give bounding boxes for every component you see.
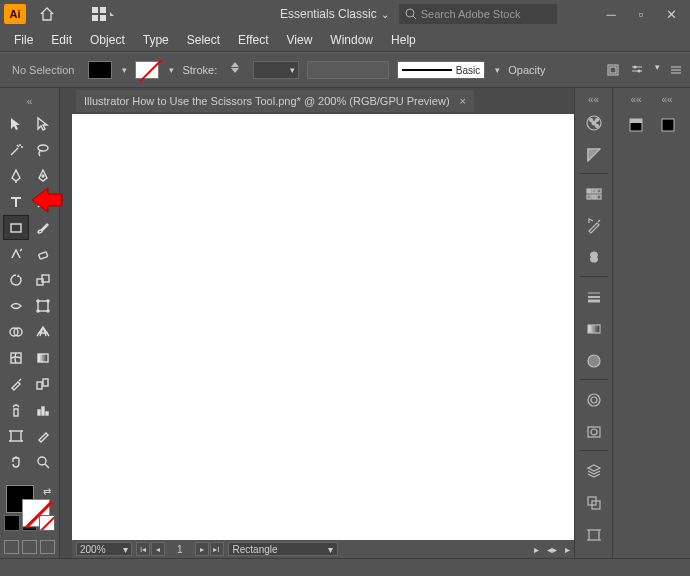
svg-point-11 — [638, 70, 641, 73]
menu-effect[interactable]: Effect — [230, 29, 276, 51]
right-panel-strip: «« — [574, 88, 612, 558]
gradient-panel-icon[interactable] — [581, 314, 607, 344]
expand-right2-icon[interactable]: «« — [630, 94, 641, 106]
arrange-documents-button[interactable] — [86, 4, 120, 24]
line-segment-tool[interactable] — [31, 190, 55, 213]
scroll-right-button[interactable]: ▸ — [565, 544, 570, 555]
opacity-label[interactable]: Opacity — [508, 64, 545, 76]
close-button[interactable]: ✕ — [662, 5, 680, 23]
artboard-tool-dropdown[interactable]: Rectangle▾ — [228, 542, 338, 556]
menu-help[interactable]: Help — [383, 29, 424, 51]
pen-tool[interactable] — [4, 164, 28, 187]
color-guide-panel-icon[interactable] — [581, 140, 607, 170]
hand-tool[interactable] — [4, 450, 28, 473]
minimize-button[interactable]: ─ — [602, 5, 620, 23]
eraser-tool[interactable] — [31, 242, 55, 265]
slice-tool[interactable] — [31, 424, 55, 447]
stroke-swatch[interactable] — [135, 61, 159, 79]
home-icon[interactable] — [36, 3, 58, 25]
free-transform-tool[interactable] — [31, 294, 55, 317]
zoom-level-input[interactable]: 200%▾ — [76, 542, 132, 556]
stroke-weight-dropdown[interactable]: ▾ — [253, 61, 299, 79]
close-tab-icon[interactable]: × — [460, 95, 466, 107]
rectangle-tool[interactable] — [4, 216, 28, 239]
selection-tool[interactable] — [4, 112, 28, 135]
preferences-icon[interactable] — [629, 62, 645, 78]
align-menu-icon[interactable] — [668, 62, 684, 78]
prefs-dropdown[interactable]: ▾ — [655, 62, 660, 78]
menu-window[interactable]: Window — [322, 29, 381, 51]
stroke-weight-stepper[interactable] — [225, 62, 245, 78]
graphic-styles-panel-icon[interactable] — [581, 417, 607, 447]
scroll-left-button[interactable]: ▸ — [534, 544, 539, 555]
artboards-panel-icon[interactable] — [581, 520, 607, 550]
expand-right-icon[interactable]: «« — [588, 94, 599, 106]
expand-right3-icon[interactable]: «« — [662, 94, 673, 106]
asset-export-panel-icon[interactable] — [581, 488, 607, 518]
eyedropper-tool[interactable] — [4, 372, 28, 395]
brush-dropdown[interactable]: ▾ — [495, 65, 500, 75]
properties-panel-icon[interactable] — [657, 114, 679, 136]
variable-width-profile[interactable] — [307, 61, 389, 79]
color-mode-button[interactable] — [4, 515, 20, 531]
fill-dropdown[interactable]: ▾ — [122, 65, 127, 75]
fill-stroke-block[interactable]: ⇄ — [4, 485, 55, 495]
brush-definition[interactable]: Basic — [397, 61, 485, 79]
menu-file[interactable]: File — [6, 29, 41, 51]
artboard-number[interactable]: 1 — [169, 544, 191, 555]
magic-wand-tool[interactable] — [4, 138, 28, 161]
lasso-tool[interactable] — [31, 138, 55, 161]
color-panel-icon[interactable] — [581, 108, 607, 138]
brushes-panel-icon[interactable] — [581, 211, 607, 241]
rotate-tool[interactable] — [4, 268, 28, 291]
last-artboard-button[interactable]: ▸I — [210, 542, 224, 556]
curvature-tool[interactable] — [31, 164, 55, 187]
collapse-left-icon[interactable]: « — [27, 96, 33, 104]
appearance-panel-icon[interactable] — [581, 385, 607, 415]
paintbrush-tool[interactable] — [31, 216, 55, 239]
menu-object[interactable]: Object — [82, 29, 133, 51]
stroke-dropdown[interactable]: ▾ — [169, 65, 174, 75]
scale-tool[interactable] — [31, 268, 55, 291]
direct-selection-tool[interactable] — [31, 112, 55, 135]
zoom-tool[interactable] — [31, 450, 55, 473]
fill-swatch[interactable] — [88, 61, 112, 79]
canvas[interactable] — [72, 114, 574, 540]
symbol-sprayer-tool[interactable] — [4, 398, 28, 421]
draw-inside-icon[interactable] — [40, 540, 55, 554]
next-artboard-button[interactable]: ▸ — [195, 542, 209, 556]
artboard-tool[interactable] — [4, 424, 28, 447]
column-graph-tool[interactable] — [31, 398, 55, 421]
mesh-tool[interactable] — [4, 346, 28, 369]
swatches-panel-icon[interactable] — [581, 179, 607, 209]
swap-fill-stroke-icon[interactable]: ⇄ — [43, 486, 51, 497]
document-tab[interactable]: Illustrator How to Use the Scissors Tool… — [76, 90, 474, 112]
symbols-panel-icon[interactable] — [581, 243, 607, 273]
first-artboard-button[interactable]: I◂ — [136, 542, 150, 556]
blend-tool[interactable] — [31, 372, 55, 395]
menu-type[interactable]: Type — [135, 29, 177, 51]
menu-view[interactable]: View — [279, 29, 321, 51]
gradient-tool[interactable] — [31, 346, 55, 369]
stroke-panel-icon[interactable] — [581, 282, 607, 312]
libraries-panel-icon[interactable] — [625, 114, 647, 136]
perspective-grid-tool[interactable] — [31, 320, 55, 343]
scroll-state-icon[interactable]: ◂▸ — [547, 544, 557, 555]
draw-behind-icon[interactable] — [22, 540, 37, 554]
layers-panel-icon[interactable] — [581, 456, 607, 486]
menu-select[interactable]: Select — [179, 29, 228, 51]
shape-builder-tool[interactable] — [4, 320, 28, 343]
menu-edit[interactable]: Edit — [43, 29, 80, 51]
svg-point-44 — [595, 125, 598, 128]
width-tool[interactable] — [4, 294, 28, 317]
type-tool[interactable] — [4, 190, 28, 213]
search-stock-input[interactable]: Search Adobe Stock — [399, 4, 557, 24]
none-mode-button[interactable] — [39, 515, 55, 531]
shaper-tool[interactable] — [4, 242, 28, 265]
draw-normal-icon[interactable] — [4, 540, 19, 554]
restore-button[interactable]: ▫ — [632, 5, 650, 23]
document-setup-icon[interactable] — [605, 62, 621, 78]
prev-artboard-button[interactable]: ◂ — [151, 542, 165, 556]
workspace-switcher[interactable]: Essentials Classic ⌄ — [280, 7, 389, 21]
transparency-panel-icon[interactable] — [581, 346, 607, 376]
